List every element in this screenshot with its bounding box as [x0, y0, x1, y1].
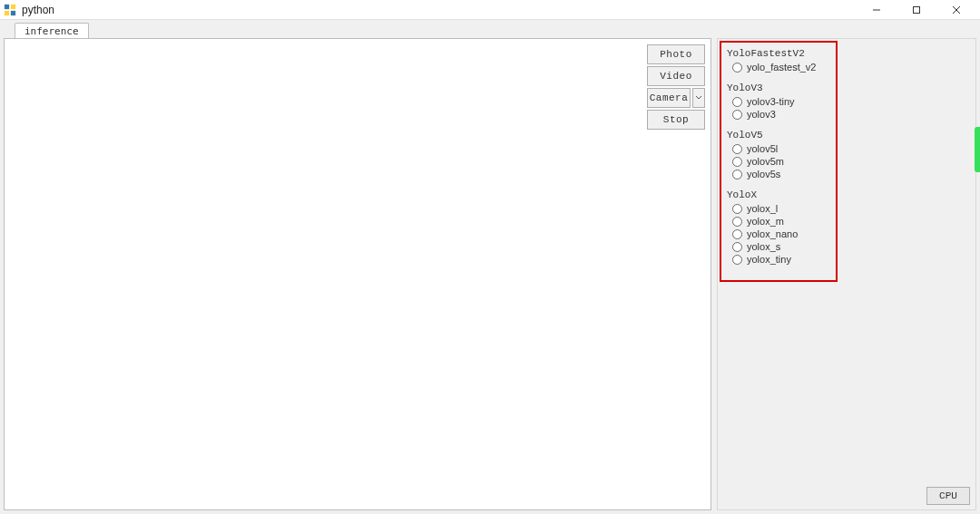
model-group: YoloV5yolov5lyolov5myolov5s [727, 128, 830, 180]
model-radio-option[interactable]: yolov5m [727, 155, 830, 168]
right-edge-scroll-indicator [975, 127, 980, 172]
model-radio-option[interactable]: yolox_nano [727, 228, 830, 240]
radio-icon [732, 242, 742, 252]
radio-icon [732, 170, 742, 179]
camera-row: Camera [647, 88, 705, 108]
close-button[interactable] [944, 1, 969, 19]
control-button-column: Photo Video Camera Stop [647, 44, 705, 130]
radio-icon [732, 157, 742, 167]
model-option-label: yolov3-tiny [747, 96, 795, 107]
model-group: YoloXyolox_lyolox_myolox_nanoyolox_syolo… [727, 188, 830, 266]
python-app-icon [4, 4, 16, 16]
model-radio-option[interactable]: yolov3-tiny [727, 95, 830, 108]
svg-rect-2 [5, 10, 9, 15]
maximize-button[interactable] [904, 1, 929, 19]
model-radio-option[interactable]: yolov3 [727, 108, 830, 121]
model-radio-option[interactable]: yolov5s [727, 168, 830, 180]
svg-rect-1 [11, 4, 15, 8]
svg-rect-3 [11, 10, 15, 15]
model-option-label: yolov5s [747, 169, 780, 179]
radio-icon [732, 255, 742, 265]
side-top: YoloFastestV2yolo_fastest_v2YoloV3yolov3… [720, 41, 974, 484]
radio-icon [732, 144, 742, 154]
radio-icon [732, 217, 742, 227]
tab-strip: inference [0, 20, 980, 38]
model-group-title: YoloX [727, 188, 830, 202]
model-group-title: YoloFastestV2 [727, 46, 830, 61]
chevron-down-icon [695, 95, 702, 101]
window-title: python [22, 4, 864, 16]
stop-button[interactable]: Stop [647, 110, 705, 130]
model-option-label: yolox_tiny [747, 254, 791, 265]
radio-icon [732, 110, 742, 120]
model-option-label: yolo_fastest_v2 [747, 62, 816, 73]
svg-rect-0 [5, 4, 9, 8]
model-option-label: yolox_nano [747, 228, 798, 239]
model-group: YoloV3yolov3-tinyyolov3 [727, 81, 830, 121]
model-radio-option[interactable]: yolov5l [727, 142, 830, 155]
model-radio-option[interactable]: yolox_s [727, 240, 830, 253]
model-group-title: YoloV3 [727, 81, 830, 95]
side-bottom: CPU [720, 484, 974, 508]
side-panel: YoloFastestV2yolo_fastest_v2YoloV3yolov3… [717, 38, 976, 510]
model-radio-option[interactable]: yolo_fastest_v2 [727, 61, 830, 73]
model-selection-box: YoloFastestV2yolo_fastest_v2YoloV3yolov3… [720, 41, 838, 282]
client-area: inference Photo Video Camera Stop YoloFa… [0, 20, 980, 514]
photo-button[interactable]: Photo [647, 44, 705, 64]
titlebar: python [0, 0, 980, 20]
window-controls [864, 1, 976, 19]
model-group-title: YoloV5 [727, 128, 830, 142]
radio-icon [732, 229, 742, 239]
model-option-label: yolox_m [747, 216, 784, 227]
model-group: YoloFastestV2yolo_fastest_v2 [727, 46, 830, 73]
radio-icon [732, 204, 742, 214]
tab-inference[interactable]: inference [15, 23, 89, 39]
model-radio-option[interactable]: yolox_l [727, 202, 830, 215]
model-option-label: yolov5m [747, 156, 784, 167]
content-row: Photo Video Camera Stop YoloFastestV2yol… [0, 38, 980, 514]
model-option-label: yolov3 [747, 109, 776, 120]
video-button[interactable]: Video [647, 66, 705, 86]
model-option-label: yolox_s [747, 241, 780, 252]
model-radio-option[interactable]: yolox_m [727, 215, 830, 228]
minimize-button[interactable] [864, 1, 889, 19]
camera-button[interactable]: Camera [647, 88, 691, 108]
svg-rect-5 [914, 6, 920, 13]
radio-icon [732, 63, 742, 73]
device-button[interactable]: CPU [926, 487, 970, 505]
model-radio-option[interactable]: yolox_tiny [727, 253, 830, 266]
radio-icon [732, 97, 742, 107]
main-panel: Photo Video Camera Stop [4, 38, 711, 510]
model-option-label: yolox_l [747, 203, 778, 214]
model-option-label: yolov5l [747, 143, 778, 154]
camera-dropdown-button[interactable] [692, 88, 705, 108]
